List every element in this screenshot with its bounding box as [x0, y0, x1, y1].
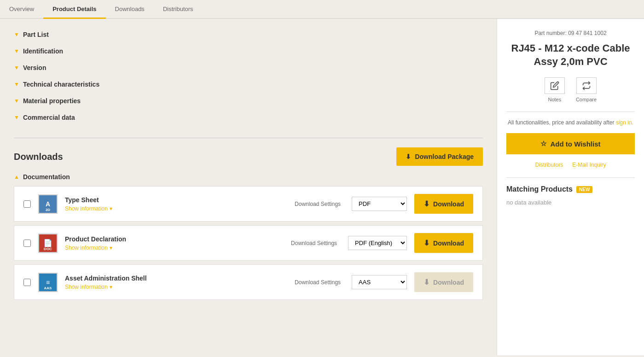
accordion-material-properties: ▼ Material properties	[14, 94, 483, 107]
type-sheet-info: Type Sheet Show information ▾	[65, 196, 287, 212]
divider-1	[506, 111, 635, 112]
accordion-label-part-list: Part List	[23, 31, 49, 38]
divider-2	[506, 177, 635, 178]
type-sheet-checkbox[interactable]	[23, 200, 31, 208]
signin-text-content: All functionalities, price and availabil…	[508, 119, 614, 126]
add-to-wishlist-button[interactable]: ☆ Add to Wishlist	[506, 133, 635, 154]
show-info-label: Show information	[65, 284, 108, 290]
matching-products-no-data: no data available	[506, 199, 635, 206]
signin-link[interactable]: sign in.	[616, 119, 633, 126]
star-icon: ☆	[540, 140, 546, 148]
accordion-header-version[interactable]: ▼ Version	[14, 61, 483, 74]
product-declaration-download-label: Download	[433, 240, 464, 247]
part-number: Part number: 09 47 841 1002	[506, 30, 635, 36]
accordion-commercial-data: ▼ Commercial data	[14, 111, 483, 124]
aas-download-label: Download	[433, 279, 464, 286]
accordion-part-list: ▼ Part List	[14, 28, 483, 41]
product-declaration-name: Product Declaration	[65, 235, 284, 243]
download-row-product-declaration: 📄 DOC Product Declaration Show informati…	[14, 225, 483, 261]
accordion-identification: ▼ Identification	[14, 45, 483, 58]
type-sheet-download-label: Download	[433, 200, 464, 208]
action-icons: Notes Compare	[506, 77, 635, 102]
notes-icon-box[interactable]	[545, 77, 565, 94]
accordion-header-identification[interactable]: ▼ Identification	[14, 45, 483, 58]
tab-distributors[interactable]: Distributors	[154, 0, 203, 18]
download-package-button[interactable]: ⬇ Download Package	[396, 147, 483, 166]
tab-product-details[interactable]: Product Details	[43, 0, 105, 18]
download-row-type-sheet: A 2D Type Sheet Show information ▾ Downl…	[14, 186, 483, 222]
accordion-label-technical: Technical characteristics	[23, 81, 99, 88]
aas-settings-label: Download Settings	[295, 279, 341, 286]
accordion-version: ▼ Version	[14, 61, 483, 74]
compare-icon	[582, 81, 591, 90]
tab-overview[interactable]: Overview	[0, 0, 43, 18]
accordion-header-technical[interactable]: ▼ Technical characteristics	[14, 78, 483, 91]
type-sheet-show-info[interactable]: Show information ▾	[65, 205, 287, 212]
link-row: Distributors E-Mail Inquiry	[506, 162, 635, 168]
accordion-label-version: Version	[23, 64, 46, 71]
tab-downloads[interactable]: Downloads	[106, 0, 154, 18]
type-sheet-settings-label: Download Settings	[295, 201, 341, 207]
accordion-header-part-list[interactable]: ▼ Part List	[14, 28, 483, 41]
show-info-label: Show information	[65, 205, 108, 212]
accordion-header-commercial[interactable]: ▼ Commercial data	[14, 111, 483, 124]
download-icon: ⬇	[424, 239, 429, 247]
product-declaration-show-info[interactable]: Show information ▾	[65, 245, 284, 251]
documentation-label: Documentation	[23, 173, 70, 181]
chevron-down-icon: ▾	[110, 245, 112, 251]
product-declaration-download-button[interactable]: ⬇ Download	[414, 233, 473, 253]
type-sheet-format-select[interactable]: PDF DXF DWG	[352, 197, 407, 211]
chevron-down-icon: ▾	[110, 284, 112, 290]
notes-action[interactable]: Notes	[545, 77, 565, 102]
downloads-title: Downloads	[14, 152, 63, 162]
download-icon: ⬇	[424, 199, 429, 208]
download-row-aas: ≡ AAS Asset Administration Shell Show in…	[14, 264, 483, 300]
aas-download-button: ⬇ Download	[414, 272, 473, 292]
type-sheet-icon: A 2D	[38, 194, 58, 214]
top-navigation: Overview Product Details Downloads Distr…	[0, 0, 644, 19]
chevron-down-icon: ▼	[14, 114, 19, 121]
type-sheet-name: Type Sheet	[65, 196, 287, 204]
matching-products-title: Matching Products	[506, 185, 573, 193]
chevron-down-icon: ▼	[14, 98, 19, 104]
matching-products-header: Matching Products NEW	[506, 185, 635, 193]
compare-label: Compare	[576, 97, 597, 102]
download-package-icon: ⬇	[406, 153, 411, 160]
accordion-label-material: Material properties	[23, 97, 81, 105]
chevron-down-icon: ▼	[14, 81, 19, 88]
notes-icon	[550, 81, 559, 90]
aas-format-select[interactable]: AAS	[352, 275, 407, 289]
product-declaration-format-select[interactable]: PDF (English) PDF (German)	[348, 236, 407, 250]
product-declaration-icon-label: DOC	[44, 247, 52, 251]
downloads-header: Downloads ⬇ Download Package	[14, 147, 483, 166]
compare-icon-box[interactable]	[576, 77, 597, 94]
accordion-label-commercial: Commercial data	[23, 114, 75, 121]
add-wishlist-label: Add to Wishlist	[550, 140, 600, 148]
notes-label: Notes	[548, 97, 562, 102]
download-package-label: Download Package	[415, 153, 474, 160]
aas-name: Asset Administration Shell	[65, 275, 287, 282]
chevron-down-icon: ▼	[14, 64, 19, 71]
aas-icon-label: AAS	[44, 286, 52, 290]
documentation-header[interactable]: ▲ Documentation	[14, 173, 483, 181]
distributors-link[interactable]: Distributors	[535, 162, 563, 168]
compare-action[interactable]: Compare	[576, 77, 597, 102]
type-sheet-download-button[interactable]: ⬇ Download	[414, 194, 473, 214]
aas-info: Asset Administration Shell Show informat…	[65, 275, 287, 290]
aas-show-info[interactable]: Show information ▾	[65, 284, 287, 290]
product-declaration-checkbox[interactable]	[23, 240, 31, 247]
aas-icon: ≡ AAS	[38, 273, 58, 292]
chevron-down-icon: ▼	[14, 31, 19, 38]
download-icon: ⬇	[424, 278, 429, 287]
email-inquiry-link[interactable]: E-Mail Inquiry	[572, 162, 606, 168]
new-badge: NEW	[576, 186, 592, 193]
accordion-header-material[interactable]: ▼ Material properties	[14, 94, 483, 107]
aas-checkbox[interactable]	[23, 279, 31, 286]
chevron-down-icon: ▾	[110, 205, 112, 212]
left-content: ▼ Part List ▼ Identification ▼ Version ▼…	[0, 19, 497, 355]
chevron-up-icon: ▲	[14, 174, 19, 180]
product-declaration-settings-label: Download Settings	[291, 240, 337, 246]
signin-text: All functionalities, price and availabil…	[506, 119, 635, 126]
show-info-label: Show information	[65, 245, 108, 251]
accordion-technical-characteristics: ▼ Technical characteristics	[14, 78, 483, 91]
